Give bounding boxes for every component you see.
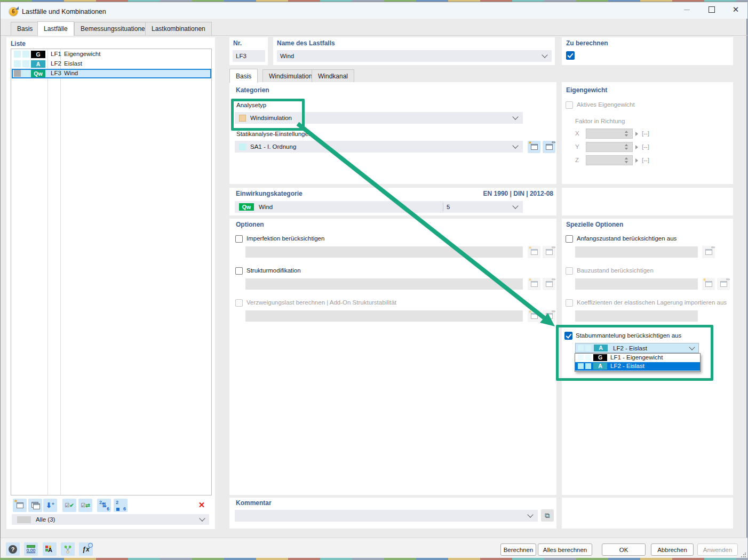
- nr-field[interactable]: LF3: [233, 50, 265, 62]
- new-icon: ✶: [531, 313, 538, 319]
- aktives-eigengewicht-label: Aktives Eigengewicht: [577, 101, 635, 108]
- dropdown-option-lf1[interactable]: G LF1 - Eigengewicht: [575, 354, 700, 362]
- new-icon: ✶: [531, 144, 538, 150]
- statik-edit-button[interactable]: ✏: [543, 141, 555, 153]
- flag-cell: [14, 60, 21, 67]
- edit-icon: ✏: [546, 313, 553, 319]
- chevron-down-icon: [512, 203, 518, 209]
- delete-icon: ✕: [198, 500, 205, 510]
- statik-dropdown[interactable]: SA1 - I. Ordnung: [235, 141, 523, 153]
- anfangszustand-checkbox[interactable]: [566, 235, 573, 243]
- option-label: LF1 - Eigengewicht: [610, 354, 663, 361]
- list-item-lf2[interactable]: A LF2 Eislast: [12, 59, 211, 69]
- koeffizienten-label: Koeffizienten der elastischen Lagerung i…: [577, 299, 733, 306]
- window-title: Lastfälle und Kombinationen: [22, 8, 106, 15]
- subtab-label: Windsimulation: [269, 73, 312, 80]
- model-tree-button[interactable]: [61, 542, 75, 556]
- close-button[interactable]: ✕: [728, 4, 744, 15]
- stabummantelung-dropdown[interactable]: A LF2 - Eislast: [575, 343, 699, 353]
- help-icon: ?: [9, 545, 17, 554]
- category-badge: G: [593, 354, 607, 361]
- kommentar-copy-button[interactable]: ⧉: [541, 509, 554, 522]
- kommentar-input[interactable]: [235, 510, 538, 522]
- einwirkung-dropdown[interactable]: Qw Wind 5: [235, 201, 523, 213]
- loadcase-id: LF2: [51, 60, 61, 67]
- analysetyp-value: Windsimulation: [250, 115, 292, 121]
- renumber-single-icon: 2 6: [116, 501, 125, 510]
- berechnen-button[interactable]: Berechnen: [500, 543, 536, 556]
- category-badge: A: [31, 60, 45, 68]
- subtab-windkanal[interactable]: Windkanal: [312, 69, 354, 82]
- statik-new-button[interactable]: ✶: [528, 141, 540, 153]
- einwirkung-badge: Qw: [239, 203, 254, 211]
- aktives-eigengewicht-checkbox: [566, 101, 573, 109]
- formula-icon: ƒx: [82, 546, 89, 553]
- tab-lastkombinationen[interactable]: Lastkombinationen: [145, 22, 212, 35]
- spin-up-icon: [625, 157, 628, 159]
- loadcase-id: LF1: [51, 51, 61, 57]
- copy-loadcase-button[interactable]: [28, 499, 42, 512]
- new-loadcase-button[interactable]: ✶: [13, 499, 27, 512]
- flag-cell: [22, 70, 29, 77]
- ok-button[interactable]: OK: [602, 543, 646, 556]
- tab-lastfaelle[interactable]: Lastfälle: [37, 21, 74, 36]
- imperfektion-checkbox[interactable]: [235, 235, 243, 243]
- verzweigungslast-new-button: ✶: [528, 310, 540, 322]
- minimize-button[interactable]: [679, 4, 695, 15]
- renumber-selected-button[interactable]: 2 6: [114, 499, 128, 512]
- add-loadcase-button[interactable]: ⬇+: [43, 499, 57, 512]
- faktor-x-unit: [--]: [642, 130, 649, 137]
- select-all-button[interactable]: ☑✔: [62, 499, 76, 512]
- alles-berechnen-button[interactable]: Alles berechnen: [538, 543, 592, 556]
- copy-icon: ⧉: [545, 511, 550, 520]
- invert-selection-button[interactable]: ☑⇄: [78, 499, 92, 512]
- close-icon: ✕: [733, 5, 739, 14]
- stab-selected-value: LF2 - Eislast: [613, 345, 647, 351]
- list-item-lf1[interactable]: G LF1 Eigengewicht: [12, 50, 211, 59]
- loadcase-list[interactable]: G LF1 Eigengewicht A LF2 Eislast Qw LF3 …: [11, 49, 212, 495]
- list-filter-dropdown[interactable]: Alle (3): [12, 514, 209, 525]
- bauzustand-field: [575, 278, 698, 290]
- spezielle-header: Spezielle Optionen: [566, 221, 623, 228]
- delete-loadcase-button[interactable]: ✕: [196, 500, 207, 510]
- strukturmodifikation-edit-button: ✏: [543, 278, 555, 290]
- dropdown-option-lf2-selected[interactable]: A LF2 - Eislast: [575, 362, 700, 371]
- statik-label: Statikanalyse-Einstellungen: [236, 131, 312, 137]
- edit-icon: ✏: [546, 249, 553, 255]
- tab-bemessungssituationen[interactable]: Bemessungssituationen: [74, 22, 155, 35]
- resize-grip[interactable]: [741, 553, 746, 558]
- title-bar[interactable]: Lastfälle und Kombinationen: [1, 2, 747, 19]
- verzweigungslast-label: Verzweigungslast berechnen | Add-On Stru…: [246, 299, 396, 306]
- nr-label: Nr.: [233, 39, 242, 47]
- tab-basis[interactable]: Basis: [11, 22, 39, 35]
- analysetyp-dropdown[interactable]: Windsimulation: [235, 112, 523, 124]
- list-item-lf3-selected[interactable]: Qw LF3 Wind: [12, 69, 211, 78]
- subtab-windsimulation[interactable]: Windsimulation: [262, 69, 319, 82]
- new-icon: ✶: [17, 502, 23, 508]
- norm-label: EN 1990 | DIN | 2012-08: [427, 190, 553, 197]
- faktor-z-unit: [--]: [642, 157, 649, 163]
- apply-arrow-icon: [635, 158, 638, 163]
- subtab-basis[interactable]: Basis: [229, 69, 258, 83]
- strukturmodifikation-checkbox[interactable]: [235, 267, 243, 275]
- formula-button[interactable]: ƒx: [79, 542, 93, 556]
- button-label: Abbrechen: [657, 547, 687, 553]
- chevron-down-icon: [512, 142, 518, 148]
- abbrechen-button[interactable]: Abbrechen: [651, 543, 694, 556]
- compute-checkbox[interactable]: [566, 51, 575, 60]
- flag-cell: [578, 345, 584, 351]
- stabummantelung-checkbox[interactable]: [564, 332, 572, 340]
- minimize-icon: [684, 10, 690, 10]
- renumber-all-button[interactable]: 2 ⇅ 6: [97, 499, 111, 512]
- bauzustand-label: Bauzustand berücksichtigen: [577, 267, 654, 274]
- name-dropdown[interactable]: Wind: [277, 50, 552, 62]
- units-icon: 0,00: [27, 545, 36, 553]
- apply-arrow-icon: [635, 132, 638, 136]
- statik-swatch: [239, 143, 246, 150]
- category-badge: G: [31, 51, 45, 58]
- maximize-button[interactable]: [704, 4, 720, 15]
- help-button[interactable]: ?: [6, 542, 20, 556]
- units-settings-button[interactable]: 0,00: [24, 542, 38, 556]
- display-settings-button[interactable]: A: [43, 542, 57, 556]
- column-divider: [47, 50, 48, 494]
